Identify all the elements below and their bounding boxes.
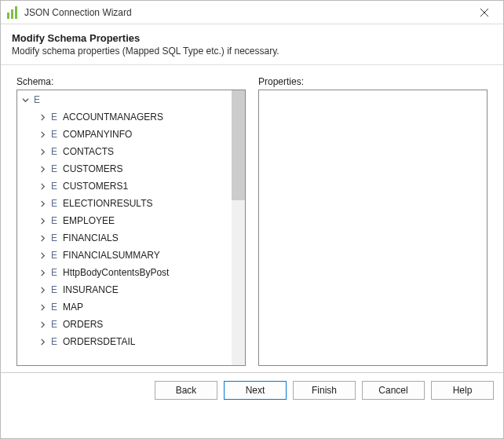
entity-marker: E [50, 198, 58, 209]
tree-row[interactable]: EMAP [17, 298, 232, 316]
entity-marker: E [50, 112, 58, 123]
entity-marker: E [50, 302, 58, 313]
tree-row[interactable]: EHttpBodyContentsByPost [17, 264, 232, 281]
schema-tree[interactable]: E EACCOUNTMANAGERSECOMPANYINFOECONTACTSE… [17, 90, 232, 365]
node-name: CUSTOMERS [63, 163, 122, 174]
scrollbar[interactable] [232, 90, 245, 365]
schema-tree-box: E EACCOUNTMANAGERSECOMPANYINFOECONTACTSE… [16, 90, 246, 366]
chevron-right-icon[interactable] [38, 130, 47, 139]
node-name: ACCOUNTMANAGERS [63, 112, 163, 123]
window-title: JSON Connection Wizard [24, 7, 466, 18]
chevron-right-icon[interactable] [38, 233, 47, 243]
chevron-right-icon[interactable] [38, 181, 47, 191]
schema-panel: Schema: E EACCOUNTMANAGERSECOMPANYINFOEC… [16, 76, 246, 366]
schema-label: Schema: [16, 76, 246, 87]
node-name: EMPLOYEE [63, 215, 115, 226]
entity-marker: E [33, 94, 41, 105]
next-button[interactable]: Next [224, 381, 287, 400]
entity-marker: E [50, 181, 58, 192]
tree-row[interactable]: EELECTIONRESULTS [17, 195, 232, 212]
tree-row[interactable]: ECUSTOMERS [17, 160, 232, 177]
chevron-right-icon[interactable] [38, 216, 47, 225]
node-name: CUSTOMERS1 [63, 181, 128, 192]
app-icon [7, 6, 20, 19]
tree-row[interactable]: EINSURANCE [17, 281, 232, 298]
page-description: Modify schema properties (Mapped SQL Typ… [12, 46, 492, 57]
chevron-down-icon[interactable] [20, 95, 30, 104]
tree-row[interactable]: EACCOUNTMANAGERS [17, 108, 232, 126]
entity-marker: E [50, 146, 58, 157]
tree-row[interactable]: E [17, 91, 232, 108]
chevron-right-icon[interactable] [38, 268, 47, 277]
help-button[interactable]: Help [431, 381, 494, 400]
content-area: Schema: E EACCOUNTMANAGERSECOMPANYINFOEC… [1, 65, 503, 369]
entity-marker: E [50, 232, 58, 243]
chevron-right-icon[interactable] [38, 285, 47, 294]
properties-label: Properties: [258, 76, 488, 87]
entity-marker: E [50, 319, 58, 330]
page-title: Modify Schema Properties [12, 32, 492, 44]
chevron-right-icon[interactable] [38, 337, 47, 346]
entity-marker: E [50, 267, 58, 278]
tree-row[interactable]: EFINANCIALSUMMARY [17, 247, 232, 264]
chevron-right-icon[interactable] [38, 199, 47, 208]
tree-row[interactable]: ECUSTOMERS1 [17, 177, 232, 195]
chevron-right-icon[interactable] [38, 251, 47, 260]
entity-marker: E [50, 163, 58, 174]
entity-marker: E [50, 250, 58, 261]
tree-row[interactable]: EEMPLOYEE [17, 212, 232, 229]
wizard-header: Modify Schema Properties Modify schema p… [1, 24, 503, 65]
close-icon [480, 9, 488, 16]
scrollbar-thumb[interactable] [232, 90, 245, 200]
tree-row[interactable]: ECONTACTS [17, 143, 232, 160]
entity-marker: E [50, 129, 58, 140]
node-name: HttpBodyContentsByPost [63, 267, 169, 278]
titlebar: JSON Connection Wizard [1, 1, 503, 24]
tree-row[interactable]: EORDERS [17, 316, 232, 333]
tree-row[interactable]: EFINANCIALS [17, 229, 232, 247]
node-name: ORDERS [63, 319, 103, 330]
node-name: ELECTIONRESULTS [63, 198, 152, 209]
chevron-right-icon[interactable] [38, 302, 47, 312]
node-name: MAP [63, 302, 83, 313]
entity-marker: E [50, 215, 58, 226]
properties-box [258, 90, 488, 366]
chevron-right-icon[interactable] [38, 112, 47, 122]
cancel-button[interactable]: Cancel [362, 381, 425, 400]
tree-row[interactable]: EORDERSDETAIL [17, 333, 232, 350]
entity-marker: E [50, 336, 58, 347]
chevron-right-icon[interactable] [38, 164, 47, 174]
close-button[interactable] [466, 1, 503, 24]
properties-panel: Properties: [258, 76, 488, 366]
node-name: ORDERSDETAIL [63, 336, 135, 347]
node-name: COMPANYINFO [63, 129, 132, 140]
back-button[interactable]: Back [155, 381, 217, 400]
entity-marker: E [50, 284, 58, 295]
node-name: FINANCIALSUMMARY [63, 250, 160, 261]
footer: Back Next Finish Cancel Help [1, 373, 503, 408]
finish-button[interactable]: Finish [293, 381, 356, 400]
node-name: INSURANCE [63, 284, 119, 295]
tree-row[interactable]: ECOMPANYINFO [17, 126, 232, 143]
node-name: CONTACTS [63, 146, 114, 157]
node-name: FINANCIALS [63, 232, 119, 243]
chevron-right-icon[interactable] [38, 320, 47, 329]
chevron-right-icon[interactable] [38, 147, 47, 156]
